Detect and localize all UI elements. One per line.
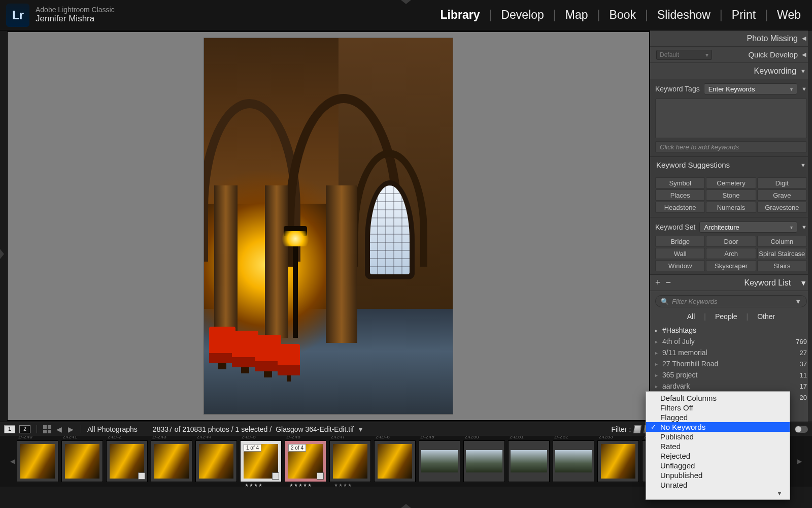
thumbnail[interactable]: 24249 [419, 440, 460, 482]
panel-photo-missing[interactable]: Photo Missing ◀ [650, 30, 812, 47]
keyword-chip[interactable]: Symbol [655, 177, 705, 188]
menu-item[interactable]: Rejected [646, 451, 790, 461]
panel-keyword-suggestions[interactable]: Keyword Suggestions ▼ [650, 157, 812, 173]
add-keywords-input[interactable]: Click here to add keywords [655, 141, 807, 152]
top-panel-toggle[interactable] [401, 0, 411, 4]
thumbnail[interactable]: 24251 [508, 440, 550, 482]
menu-item[interactable]: Unpublished [646, 470, 790, 480]
keyword-chip[interactable]: Door [706, 236, 756, 247]
thumbnail[interactable]: 24240 [17, 440, 58, 482]
keyword-tags-textarea[interactable] [655, 99, 807, 138]
menu-item[interactable]: Unflagged [646, 461, 790, 470]
nav-back-button[interactable]: ◀ [55, 425, 63, 433]
keyword-tags-mode-select[interactable]: Enter Keywords▾ [704, 83, 797, 94]
expand-icon[interactable]: ▼ [795, 298, 801, 305]
keyword-chip[interactable]: Arch [706, 248, 756, 259]
keyword-chip[interactable]: Column [757, 236, 807, 247]
keyword-chip[interactable]: Window [655, 260, 705, 271]
thumb-badge[interactable] [317, 472, 324, 480]
module-web[interactable]: Web [775, 8, 803, 22]
filmstrip-right-arrow[interactable]: ▶ [795, 458, 804, 465]
expand-icon[interactable]: ▼ [801, 224, 807, 230]
panel-scrollbar[interactable] [808, 30, 812, 422]
keyword-chip[interactable]: Skyscraper [706, 260, 756, 271]
menu-item[interactable]: Filters Off [646, 403, 790, 412]
thumbnail[interactable]: 24241 [61, 440, 103, 482]
menu-item[interactable]: Published [646, 432, 790, 441]
thumbnail[interactable]: 24250 [463, 440, 505, 482]
module-develop[interactable]: Develop [499, 8, 546, 22]
thumbnail[interactable]: 242462 of 4★★★★★ [285, 440, 326, 482]
loupe-view[interactable] [7, 31, 650, 421]
keyword-set-select[interactable]: Architecture▾ [699, 221, 797, 233]
thumb-badge[interactable] [138, 472, 145, 480]
remove-keyword-button[interactable]: − [666, 277, 671, 288]
keyword-list-item[interactable]: ▸365 project11 [655, 369, 807, 380]
thumbnail[interactable]: 24253 [597, 440, 639, 482]
menu-item[interactable]: Unrated [646, 480, 790, 490]
grid-view-icon[interactable] [43, 425, 51, 433]
keyword-chip[interactable]: Cemetery [706, 177, 756, 188]
keyword-chip[interactable]: Spiral Staircase [757, 248, 807, 259]
module-slideshow[interactable]: Slideshow [655, 8, 713, 22]
keyword-chip[interactable]: Headstone [655, 202, 705, 213]
keyword-chip[interactable]: Wall [655, 248, 705, 259]
second-window-button[interactable]: 2 [19, 425, 30, 433]
expand-icon[interactable]: ▼ [801, 86, 807, 92]
menu-item[interactable]: Rated [646, 441, 790, 451]
quick-develop-preset[interactable]: Default▾ [656, 50, 712, 60]
disclosure-icon[interactable]: ▸ [655, 361, 662, 367]
filmstrip-left-arrow[interactable]: ◀ [8, 458, 17, 465]
panel-keywording[interactable]: Keywording ▼ [650, 63, 812, 79]
nav-forward-button[interactable]: ▶ [67, 425, 75, 433]
filename-menu[interactable]: ▾ [358, 425, 363, 433]
thumbnail[interactable]: 24248 [374, 440, 416, 482]
disclosure-icon[interactable]: ▸ [655, 339, 662, 344]
source-label[interactable]: All Photographs [87, 425, 138, 433]
menu-item[interactable]: No Keywords [646, 422, 790, 432]
thumbnail[interactable]: 24244 [195, 440, 237, 482]
thumb-badge[interactable] [272, 472, 279, 480]
thumbnail[interactable]: 24243 [151, 440, 192, 482]
flag-picked-filter[interactable] [633, 425, 641, 433]
filter-lock-switch[interactable] [795, 426, 808, 433]
thumbnail[interactable]: 24242 [106, 440, 148, 482]
disclosure-icon[interactable]: ▸ [655, 372, 662, 378]
main-window-button[interactable]: 1 [4, 425, 15, 433]
keyword-list-item[interactable]: ▸9/11 memorial27 [655, 347, 807, 358]
menu-more-icon[interactable]: ▼ [646, 490, 790, 498]
module-library[interactable]: Library [438, 8, 482, 22]
stack-badge[interactable]: 1 of 4 [244, 444, 261, 452]
disclosure-icon[interactable]: ▸ [655, 328, 662, 333]
thumbnail[interactable]: 242451 of 4★★★★ [240, 440, 282, 482]
module-map[interactable]: Map [563, 8, 590, 22]
bottom-panel-toggle[interactable] [401, 504, 411, 508]
keyword-chip[interactable]: Gravestone [757, 202, 807, 213]
keyword-chip[interactable]: Stone [706, 189, 756, 201]
keyword-list-item[interactable]: ▸aardvark17 [655, 380, 807, 392]
keyword-chip[interactable]: Places [655, 189, 705, 201]
keyword-chip[interactable]: Bridge [655, 236, 705, 247]
module-print[interactable]: Print [730, 8, 758, 22]
thumbnail[interactable]: 24252 [553, 440, 594, 482]
keyword-chip[interactable]: Stairs [757, 260, 807, 271]
left-panel-toggle[interactable] [0, 249, 4, 259]
keyword-tab-all[interactable]: All [678, 312, 704, 321]
thumbnail[interactable]: 24247★★★★ [329, 440, 371, 482]
disclosure-icon[interactable]: ▸ [655, 384, 662, 389]
add-keyword-button[interactable]: + [655, 277, 661, 288]
keyword-list-item[interactable]: ▸4th of July769 [655, 336, 807, 347]
keyword-list-item[interactable]: ▸#Hashtags [655, 325, 807, 336]
keyword-chip[interactable]: Digit [757, 177, 807, 188]
keyword-chip[interactable]: Numerals [706, 202, 756, 213]
keyword-tab-people[interactable]: People [706, 312, 747, 321]
module-book[interactable]: Book [607, 8, 638, 22]
panel-keyword-list[interactable]: + − Keyword List ▼ [650, 275, 812, 291]
keyword-chip[interactable]: Grave [757, 189, 807, 201]
keyword-list-item[interactable]: ▸27 Thornhill Road37 [655, 358, 807, 369]
keyword-tab-other[interactable]: Other [748, 312, 784, 321]
panel-quick-develop[interactable]: Default▾ Quick Develop ◀ [650, 47, 812, 63]
stack-badge[interactable]: 2 of 4 [288, 444, 306, 452]
filter-keywords-input[interactable]: 🔍 Filter Keywords ▼ [655, 295, 807, 307]
disclosure-icon[interactable]: ▸ [655, 350, 662, 356]
